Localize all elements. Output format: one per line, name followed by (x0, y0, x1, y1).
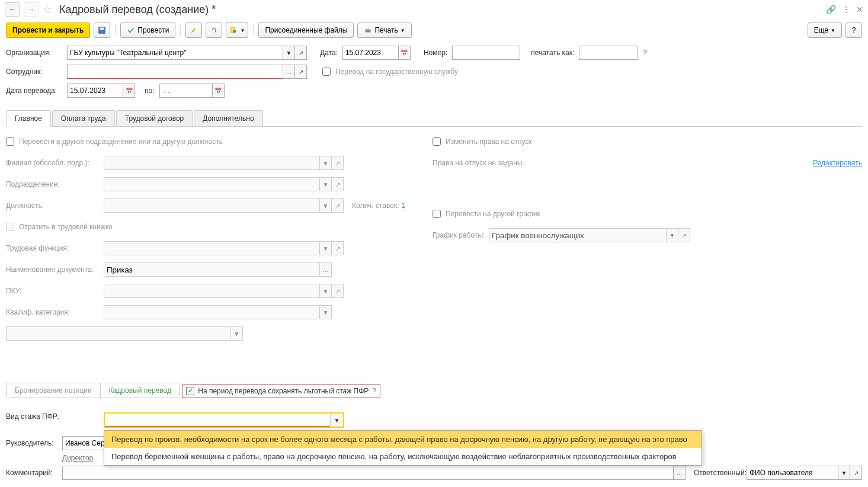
transfer-other-label: Перевести в другое подразделение или на … (19, 137, 223, 146)
responsible-open[interactable]: ↗ (850, 466, 862, 480)
org-label: Организация: (6, 49, 62, 57)
book-label: Отразить в трудовой книжке (19, 223, 113, 231)
pfr-type-input[interactable] (105, 414, 330, 427)
post-button[interactable]: Провести (120, 23, 175, 38)
to-date-calendar-button[interactable]: 📅 (213, 84, 225, 98)
org-open-button[interactable]: ↗ (295, 46, 307, 60)
transfer-schedule-checkbox[interactable] (433, 210, 441, 218)
manager-label: Руководитель: (6, 439, 62, 447)
date-label: Дата: (320, 49, 338, 57)
print-as-label: печатать как: (531, 49, 574, 57)
tab-additional[interactable]: Дополнительно (194, 110, 262, 126)
help-button[interactable]: ? (845, 23, 862, 38)
to-date-input[interactable] (159, 84, 213, 98)
transfer-date-input[interactable] (67, 84, 123, 98)
employee-select-button[interactable]: … (283, 65, 295, 79)
pku-open: ↗ (332, 284, 344, 298)
paperclip-icon (210, 26, 218, 34)
dept-input (104, 177, 320, 191)
pfr-type-label: Вид стажа ПФР: (6, 412, 104, 421)
position-open: ↗ (332, 198, 344, 213)
dept-dd: ▼ (320, 177, 332, 191)
svg-rect-5 (367, 28, 370, 30)
position-input (104, 198, 320, 213)
attach-button[interactable] (206, 23, 222, 38)
print-icon (364, 26, 372, 34)
number-label: Номер: (424, 49, 447, 57)
pfr-option-2[interactable]: Перевод беременной женщины с работы, пра… (104, 448, 702, 465)
tab-contract[interactable]: Трудовой договор (116, 110, 193, 126)
change-vacation-checkbox[interactable] (433, 137, 441, 146)
branch-input (104, 156, 320, 170)
gov-service-label: Перевод на государственную службу (335, 68, 458, 76)
org-input[interactable] (67, 46, 283, 60)
link-icon[interactable]: 🔗 (826, 5, 836, 14)
pfr-checkbox[interactable]: ✓ (186, 387, 194, 395)
comment-input[interactable] (62, 466, 674, 480)
sub-tab-transfer[interactable]: Кадровый перевод (101, 383, 180, 398)
employee-label: Сотрудник: (6, 68, 62, 76)
responsible-dd[interactable]: ▼ (838, 466, 850, 480)
extra-input[interactable] (6, 326, 231, 341)
position-dd: ▼ (320, 198, 332, 213)
print-as-input[interactable] (579, 46, 638, 60)
pfr-option-1[interactable]: Перевод по произв. необходимости на срок… (104, 431, 702, 448)
sub-tab-booking[interactable]: Бронирование позиции (7, 383, 101, 398)
org-dropdown-button[interactable]: ▼ (283, 46, 295, 60)
schedule-label: График работы: (433, 231, 489, 239)
responsible-input[interactable] (747, 466, 838, 480)
branch-dd: ▼ (320, 156, 332, 170)
attached-files-button[interactable]: Присоединенные файлы (258, 23, 354, 38)
comment-select[interactable]: … (674, 466, 686, 480)
marker-icon (190, 26, 198, 34)
print-button[interactable]: Печать ▼ (357, 23, 411, 38)
employee-input[interactable] (67, 65, 283, 79)
nav-back-button[interactable]: ← (5, 2, 20, 17)
rates-label: Колич. ставок: (352, 201, 399, 210)
func-label: Трудовая функция: (6, 244, 104, 252)
rates-link[interactable]: 1 (402, 201, 406, 210)
transfer-other-checkbox[interactable] (6, 137, 14, 146)
qual-dd: ▼ (320, 305, 332, 319)
func-open: ↗ (332, 241, 344, 255)
doc-name-select[interactable]: … (320, 262, 332, 277)
tab-main[interactable]: Главное (6, 110, 51, 127)
schedule-open: ↗ (678, 228, 690, 242)
edit-vacation-link[interactable]: Редактировать (813, 159, 862, 167)
number-input[interactable] (452, 46, 520, 60)
transfer-date-calendar-button[interactable]: 📅 (123, 84, 135, 98)
branch-label: Филиал (обособл. подр.): (6, 159, 104, 167)
favorite-icon[interactable]: ☆ (43, 3, 52, 16)
extra-dd[interactable]: ▼ (231, 326, 243, 341)
date-calendar-button[interactable]: 📅 (399, 46, 411, 60)
doc-name-input[interactable] (104, 262, 320, 277)
transfer-schedule-label: Перевести на другой график (446, 210, 540, 218)
save-button[interactable] (94, 23, 110, 38)
pfr-checkbox-row: ✓ На период перевода сохранять льготный … (182, 384, 380, 398)
employee-open-button[interactable]: ↗ (295, 65, 307, 79)
save-icon (98, 26, 106, 34)
menu-icon[interactable]: ⋮ (842, 5, 850, 14)
print-as-help-icon[interactable]: ? (643, 49, 647, 57)
create-based-button[interactable]: ▼ (226, 23, 248, 38)
nav-forward-button[interactable]: → (24, 2, 39, 17)
comment-label: Комментарий: (6, 469, 62, 477)
pku-input (104, 284, 320, 298)
close-icon[interactable]: ✕ (856, 5, 863, 14)
svg-point-3 (233, 30, 236, 33)
schedule-dd: ▼ (667, 228, 678, 242)
schedule-input (489, 228, 667, 242)
responsible-label: Ответственный: (694, 469, 747, 477)
more-button[interactable]: Еще ▼ (808, 23, 842, 38)
to-label: по: (145, 86, 155, 95)
doc-name-label: Наименование документа: (6, 265, 104, 274)
gov-service-checkbox[interactable] (322, 68, 331, 76)
position-link[interactable]: Директор (62, 454, 93, 462)
tab-payment[interactable]: Оплата труда (52, 110, 115, 126)
highlight-button[interactable] (185, 23, 202, 38)
date-input[interactable] (342, 46, 399, 60)
post-close-button[interactable]: Провести и закрыть (6, 23, 90, 38)
qual-label: Квалиф. категория: (6, 308, 104, 316)
pfr-dropdown-button[interactable]: ▼ (330, 414, 343, 427)
pfr-help-icon[interactable]: ? (372, 387, 376, 395)
